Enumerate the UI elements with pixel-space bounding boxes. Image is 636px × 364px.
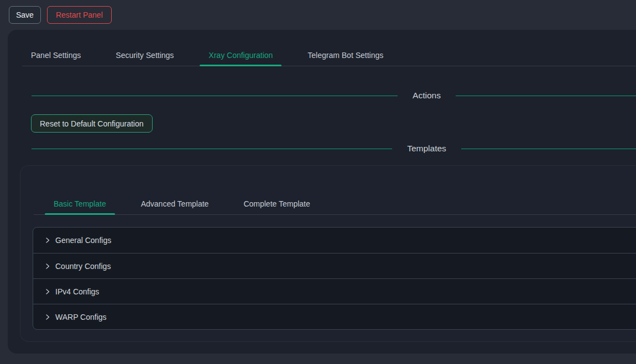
chevron-right-icon — [44, 288, 51, 295]
collapse-item-general-configs[interactable]: General Configs — [33, 228, 636, 253]
tab-basic-template[interactable]: Basic Template — [45, 193, 115, 214]
template-tab-bar: Basic Template Advanced Template Complet… — [34, 193, 636, 215]
tab-complete-template[interactable]: Complete Template — [234, 193, 319, 214]
save-button[interactable]: Save — [9, 6, 41, 24]
chevron-right-icon — [44, 237, 51, 244]
divider-line — [32, 149, 392, 149]
reset-to-default-button[interactable]: Reset to Default Configuration — [31, 114, 153, 133]
collapse-item-ipv4-configs[interactable]: IPv4 Configs — [33, 278, 636, 304]
divider-line — [32, 96, 398, 96]
divider-line — [456, 96, 636, 96]
templates-card: Basic Template Advanced Template Complet… — [20, 165, 636, 342]
tab-security-settings[interactable]: Security Settings — [107, 44, 183, 66]
restart-panel-button[interactable]: Restart Panel — [47, 6, 112, 24]
tab-xray-configuration[interactable]: Xray Configuration — [200, 44, 281, 66]
collapse-item-label: IPv4 Configs — [55, 287, 99, 296]
actions-divider-label: Actions — [398, 91, 456, 101]
tab-telegram-bot-settings[interactable]: Telegram Bot Settings — [299, 44, 392, 66]
template-collapse-list: General Configs Country Configs IPv4 Con… — [33, 227, 636, 330]
templates-divider-label: Templates — [392, 144, 461, 154]
collapse-item-country-configs[interactable]: Country Configs — [33, 253, 636, 278]
chevron-right-icon — [44, 314, 51, 320]
settings-card: Panel Settings Security Settings Xray Co… — [8, 30, 636, 354]
divider-line — [461, 149, 636, 149]
tab-advanced-template[interactable]: Advanced Template — [132, 193, 218, 214]
topbar: Save Restart Panel — [0, 0, 636, 30]
collapse-item-warp-configs[interactable]: WARP Configs — [33, 304, 636, 329]
collapse-item-label: Country Configs — [55, 262, 111, 271]
collapse-item-label: WARP Configs — [55, 313, 107, 321]
tab-panel-settings[interactable]: Panel Settings — [22, 44, 90, 66]
chevron-right-icon — [44, 263, 51, 270]
settings-tab-bar: Panel Settings Security Settings Xray Co… — [22, 44, 636, 66]
templates-divider: Templates — [32, 143, 636, 155]
actions-divider: Actions — [32, 89, 636, 102]
collapse-item-label: General Configs — [55, 236, 111, 245]
